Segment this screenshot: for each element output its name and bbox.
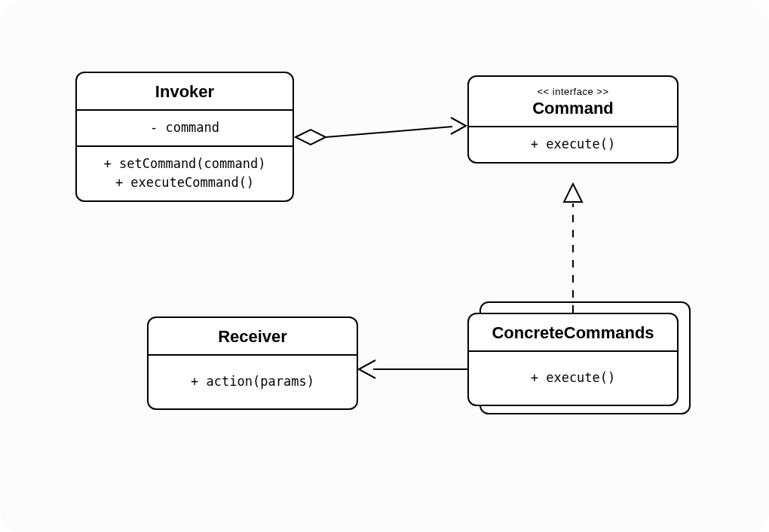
command-operations: + execute() bbox=[469, 127, 677, 162]
receiver-title: Receiver bbox=[149, 318, 357, 356]
command-title: Command bbox=[532, 99, 614, 118]
edge-line bbox=[326, 127, 452, 137]
concrete-op-execute: + execute() bbox=[475, 368, 671, 388]
uml-class-receiver: Receiver + action(params) bbox=[147, 316, 358, 410]
command-op-execute: + execute() bbox=[475, 135, 671, 154]
realization-triangle-icon bbox=[564, 184, 582, 202]
aggregation-diamond-icon bbox=[296, 130, 326, 145]
uml-interface-command: << interface >> Command + execute() bbox=[467, 75, 679, 164]
invoker-attributes: - command bbox=[77, 111, 293, 145]
edge-invoker-command bbox=[296, 118, 466, 145]
invoker-op-executecommand: + executeCommand() bbox=[83, 173, 286, 193]
edge-concrete-receiver bbox=[359, 360, 467, 378]
receiver-operations: + action(params) bbox=[149, 356, 357, 408]
receiver-op-action: + action(params) bbox=[155, 372, 351, 392]
command-title-block: << interface >> Command bbox=[469, 77, 677, 127]
open-arrowhead-icon bbox=[359, 360, 375, 378]
invoker-op-setcommand: + setCommand(command) bbox=[83, 154, 286, 174]
uml-class-invoker: Invoker - command + setCommand(command) … bbox=[75, 72, 294, 202]
edge-concrete-implements-command bbox=[564, 184, 582, 313]
uml-class-concrete: ConcreteCommands + execute() bbox=[467, 313, 679, 406]
invoker-operations: + setCommand(command) + executeCommand() bbox=[77, 145, 293, 200]
command-stereotype: << interface >> bbox=[475, 86, 671, 97]
open-arrowhead-icon bbox=[451, 118, 466, 134]
diagram-canvas: Invoker - command + setCommand(command) … bbox=[0, 0, 769, 532]
concrete-operations: + execute() bbox=[469, 352, 677, 405]
invoker-attr-command: - command bbox=[83, 118, 286, 138]
concrete-title: ConcreteCommands bbox=[469, 314, 677, 352]
invoker-title: Invoker bbox=[77, 73, 293, 111]
